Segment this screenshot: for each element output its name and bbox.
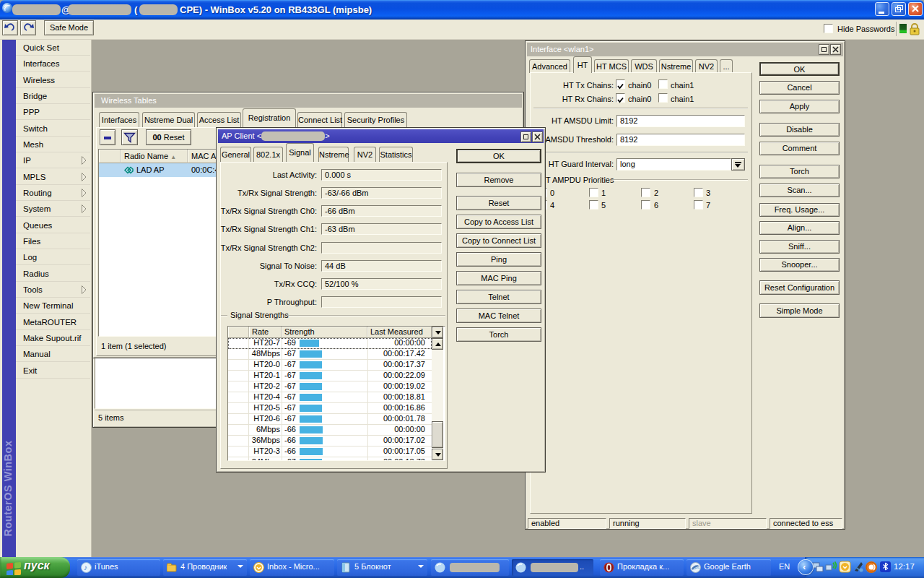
svg-text:♪: ♪ [84, 564, 87, 571]
